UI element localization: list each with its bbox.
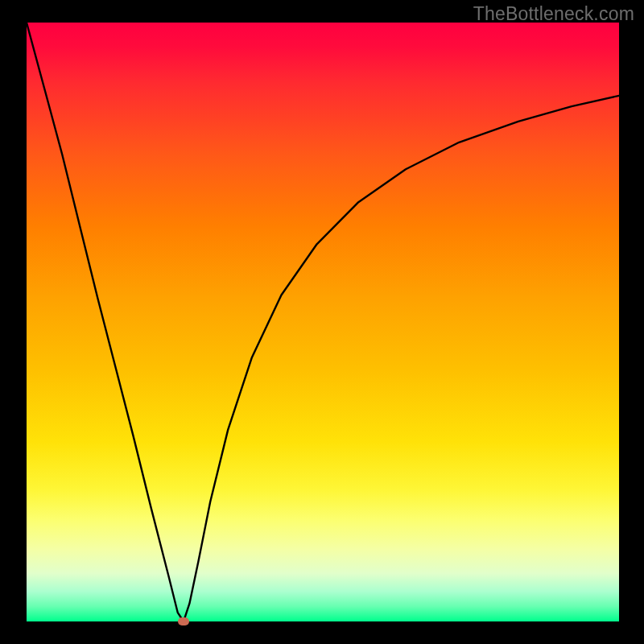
minimum-marker (178, 617, 189, 625)
curve-right-branch (184, 96, 619, 621)
watermark-text: TheBottleneck.com (473, 3, 634, 25)
chart-svg (27, 23, 619, 621)
curve-left-branch (27, 23, 184, 621)
plot-area (27, 23, 619, 621)
